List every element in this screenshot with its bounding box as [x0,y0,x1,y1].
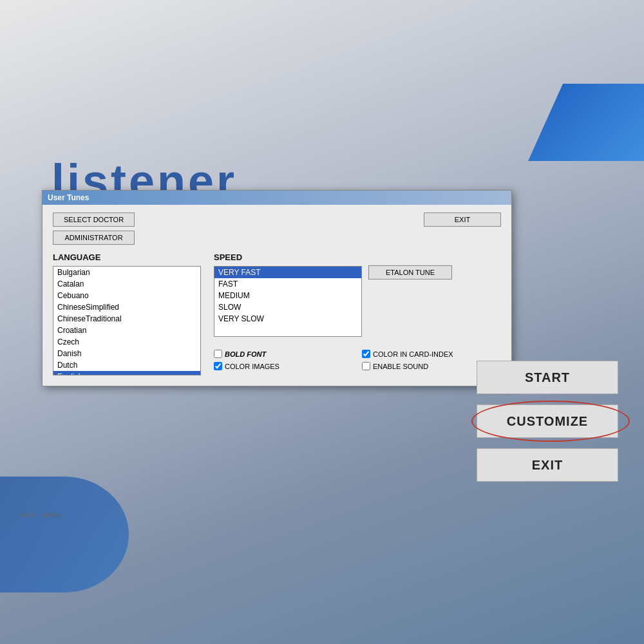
dialog-main: LANGUAGE Bulgarian Catalan Cebuano Chine… [53,252,501,375]
speed-label: SPEED [214,252,362,262]
list-item[interactable]: Dutch [53,359,200,371]
color-in-card-index-label: COLOR IN CARD-INDEX [373,350,453,358]
start-button[interactable]: START [477,361,618,394]
list-item[interactable]: Croatian [53,325,200,336]
color-in-card-index-input[interactable] [362,350,370,358]
list-item[interactable]: ChineseTraditional [53,313,200,325]
speed-item[interactable]: FAST [214,278,361,290]
speed-item-selected[interactable]: VERY FAST [214,267,361,278]
select-doctor-button[interactable]: SELECT DOCTOR [53,213,135,227]
list-item[interactable]: ChineseSimplified [53,301,200,313]
speed-item[interactable]: MEDIUM [214,290,361,301]
color-images-label: COLOR IMAGES [225,363,279,370]
speed-list[interactable]: VERY FAST FAST MEDIUM SLOW VERY SLOW [214,266,362,337]
checkbox-row-2: COLOR IMAGES ENABLE SOUND [214,362,501,370]
customize-button-wrapper: CUSTOMIZE [477,404,625,438]
speed-item[interactable]: SLOW [214,301,361,313]
right-section: SPEED VERY FAST FAST MEDIUM SLOW VERY SL… [214,252,501,375]
color-images-checkbox[interactable]: COLOR IMAGES [214,362,343,370]
language-label: LANGUAGE [53,252,201,262]
list-item-selected[interactable]: English [53,371,200,375]
user-tunes-dialog: User Tunes SELECT DOCTOR ADMINISTRATOR E… [42,190,512,386]
etalon-tune-button[interactable]: ETALON TUNE [368,265,452,279]
color-in-card-index-checkbox[interactable]: COLOR IN CARD-INDEX [362,350,491,358]
list-item[interactable]: Danish [53,348,200,359]
customize-button[interactable]: CUSTOMIZE [477,404,618,438]
list-item[interactable]: Czech [53,336,200,348]
speed-section: SPEED VERY FAST FAST MEDIUM SLOW VERY SL… [214,252,362,337]
speed-item[interactable]: VERY SLOW [214,313,361,325]
enable-sound-input[interactable] [362,362,370,370]
enable-sound-checkbox[interactable]: ENABLE SOUND [362,362,491,370]
list-item[interactable]: Cebuano [53,290,200,301]
bold-font-checkbox[interactable]: BOLD FONT [214,350,343,358]
bold-font-label: BOLD FONT [225,350,266,358]
administrator-button[interactable]: ADMINISTRATOR [53,231,135,245]
language-list[interactable]: Bulgarian Catalan Cebuano ChineseSimplif… [53,266,201,375]
checkboxes-area: BOLD FONT COLOR IN CARD-INDEX COLOR IMAG… [214,350,501,370]
language-section: LANGUAGE Bulgarian Catalan Cebuano Chine… [53,252,201,375]
list-item[interactable]: Bulgarian [53,267,200,278]
list-item[interactable]: Catalan [53,278,200,290]
dialog-body: SELECT DOCTOR ADMINISTRATOR EXIT LANGUAG… [43,205,511,386]
color-images-input[interactable] [214,362,222,370]
dialog-titlebar: User Tunes [43,191,511,205]
dialog-top-buttons: SELECT DOCTOR ADMINISTRATOR EXIT [53,213,501,245]
enable-sound-label: ENABLE SOUND [373,363,428,370]
exit-button[interactable]: EXIT [477,448,618,482]
blue-decoration-bottom [0,477,129,592]
checkbox-row-1: BOLD FONT COLOR IN CARD-INDEX [214,350,501,358]
bold-font-input[interactable] [214,350,222,358]
status-text: ssed 1 месяц [19,511,62,518]
exit-top-button[interactable]: EXIT [424,213,501,227]
right-buttons-panel: START CUSTOMIZE EXIT [477,361,625,482]
